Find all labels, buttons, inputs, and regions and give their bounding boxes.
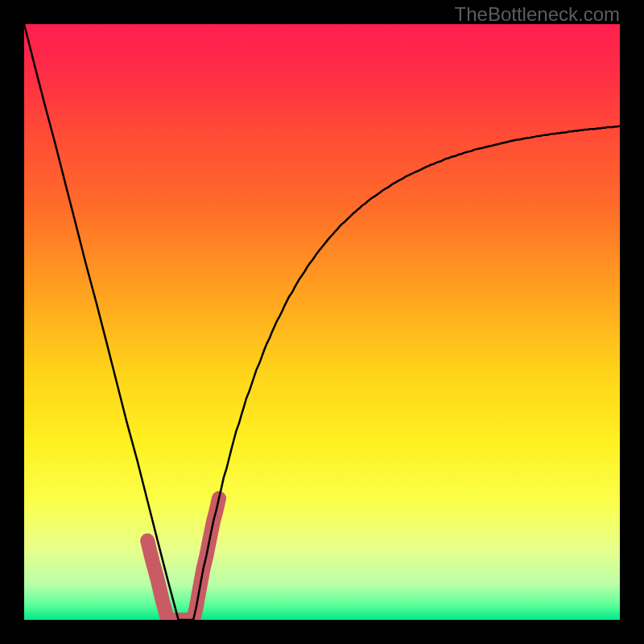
marker-highlight [147, 498, 219, 620]
chart-container: TheBottleneck.com [0, 0, 644, 644]
curve-layer [24, 24, 620, 620]
plot-area [24, 24, 620, 620]
bottleneck-curve-line [24, 24, 620, 620]
watermark-text: TheBottleneck.com [455, 3, 620, 26]
